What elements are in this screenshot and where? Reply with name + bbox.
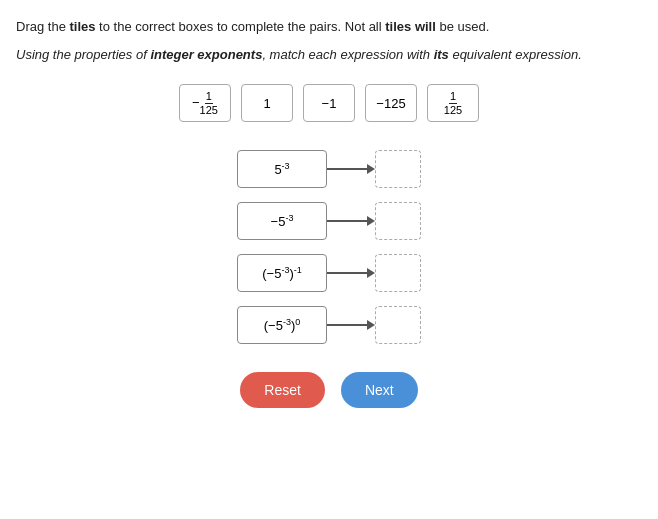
tile-frac-125[interactable]: 1125 bbox=[427, 84, 479, 122]
arrow-3 bbox=[327, 268, 375, 278]
pair-row-1: 5-3 bbox=[237, 150, 421, 188]
tile-neg125-label: −125 bbox=[376, 96, 405, 111]
buttons-row: Reset Next bbox=[16, 372, 642, 408]
expr-box-2: −5-3 bbox=[237, 202, 327, 240]
next-button[interactable]: Next bbox=[341, 372, 418, 408]
arrow-line-1 bbox=[327, 168, 367, 170]
answer-box-3[interactable] bbox=[375, 254, 421, 292]
arrow-2 bbox=[327, 216, 375, 226]
tile-1-label: 1 bbox=[263, 96, 270, 111]
arrowhead-1 bbox=[367, 164, 375, 174]
answer-box-1[interactable] bbox=[375, 150, 421, 188]
reset-button[interactable]: Reset bbox=[240, 372, 325, 408]
arrowhead-4 bbox=[367, 320, 375, 330]
arrow-1 bbox=[327, 164, 375, 174]
arrow-line-2 bbox=[327, 220, 367, 222]
expr-box-4: (−5-3)0 bbox=[237, 306, 327, 344]
answer-box-2[interactable] bbox=[375, 202, 421, 240]
pair-row-2: −5-3 bbox=[237, 202, 421, 240]
expr-box-1: 5-3 bbox=[237, 150, 327, 188]
tile-neg1[interactable]: −1 bbox=[303, 84, 355, 122]
answer-box-4[interactable] bbox=[375, 306, 421, 344]
expr-box-3: (−5-3)-1 bbox=[237, 254, 327, 292]
arrow-4 bbox=[327, 320, 375, 330]
instruction-line1: Drag the tiles to the correct boxes to c… bbox=[16, 18, 642, 36]
tiles-container: −1125 1 −1 −125 1125 bbox=[16, 84, 642, 122]
tile-1[interactable]: 1 bbox=[241, 84, 293, 122]
arrowhead-2 bbox=[367, 216, 375, 226]
arrow-line-3 bbox=[327, 272, 367, 274]
pair-row-4: (−5-3)0 bbox=[237, 306, 421, 344]
pairs-container: 5-3 −5-3 (−5-3)-1 (−5-3)0 bbox=[16, 150, 642, 344]
tile-neg125[interactable]: −125 bbox=[365, 84, 417, 122]
pair-row-3: (−5-3)-1 bbox=[237, 254, 421, 292]
arrowhead-3 bbox=[367, 268, 375, 278]
tile-neg-frac-125[interactable]: −1125 bbox=[179, 84, 231, 122]
instruction-line2: Using the properties of integer exponent… bbox=[16, 46, 642, 64]
arrow-line-4 bbox=[327, 324, 367, 326]
tile-neg1-label: −1 bbox=[322, 96, 337, 111]
